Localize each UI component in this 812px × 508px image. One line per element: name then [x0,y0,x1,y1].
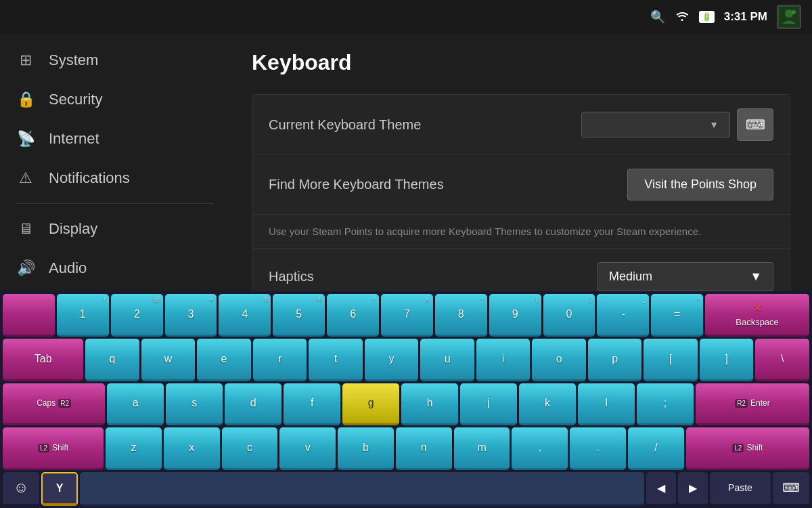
key-minus[interactable]: _- [597,294,649,337]
enter-key[interactable]: R2 Enter [696,383,809,426]
key-q[interactable]: q [85,339,139,381]
key-comma[interactable]: , [512,427,568,470]
paste-button[interactable]: Paste [710,472,771,506]
dropdown-arrow-icon: ▼ [709,119,719,130]
key-7[interactable]: &7 [381,294,433,337]
x-circle-icon: ✕ [753,301,762,314]
key-a[interactable]: a [107,383,164,426]
keyboard-theme-dropdown[interactable]: ▼ [581,112,730,137]
sidebar-item-display[interactable]: 🖥 Display [0,209,230,249]
emoji-button[interactable]: ☺ [3,472,39,506]
key-y[interactable]: y [365,339,419,381]
haptics-dropdown[interactable]: Medium ▼ [597,262,773,291]
sidebar-item-security[interactable]: 🔒 Security [0,80,230,119]
l2-badge-left: L2 [38,444,49,452]
sidebar-divider [16,203,214,204]
key-0[interactable]: )0 [543,294,595,337]
asdf-row: Caps R2 a s d f g h j k l ; R2 Enter [3,383,809,426]
key-semicolon[interactable]: ; [637,383,694,426]
spacebar-row: ☺ Y ◀ ▶ Paste ⌨ [0,470,812,508]
tab-key[interactable]: Tab [3,339,83,381]
right-shift-key[interactable]: L2 Shift [686,427,809,470]
key-i[interactable]: i [476,339,531,381]
key-9[interactable]: (9 [489,294,541,337]
keyboard-area: ` !1 @2 #3 $4 %5 ^6 &7 *8 (9 )0 _- += ✕ … [0,291,812,508]
key-c[interactable]: c [222,427,278,470]
key-backslash[interactable]: \ [755,339,809,381]
key-2[interactable]: @2 [111,294,163,337]
caps-badge: R2 [58,399,71,408]
key-n[interactable]: n [396,427,452,470]
avatar[interactable] [777,5,801,29]
key-w[interactable]: w [141,339,196,381]
spacebar[interactable] [80,472,644,506]
search-icon[interactable]: 🔍 [650,9,665,24]
left-shift-key[interactable]: L2 Shift [3,427,104,470]
svg-point-1 [785,9,793,18]
key-p[interactable]: p [588,339,642,381]
key-x[interactable]: x [164,427,220,470]
status-time: 3:31 PM [724,10,767,24]
haptics-label: Haptics [269,269,597,284]
key-m[interactable]: m [454,427,510,470]
key-equals[interactable]: += [651,294,703,337]
key-d[interactable]: d [225,383,281,426]
key-f[interactable]: f [284,383,340,426]
keyboard-theme-row: Current Keyboard Theme ▼ ⌨ [252,95,790,155]
keyboard-preview-button[interactable]: ⌨ [737,108,773,141]
key-lbracket[interactable]: [ [644,339,698,381]
security-icon: 🔒 [16,91,35,108]
sidebar-item-label-system: System [49,51,98,69]
arrow-right-button[interactable]: ▶ [678,472,708,506]
key-z[interactable]: z [106,427,162,470]
key-1[interactable]: !1 [57,294,109,337]
y-button[interactable]: Y [41,472,78,506]
key-3[interactable]: #3 [165,294,217,337]
key-slash[interactable]: / [628,427,684,470]
key-rbracket[interactable]: ] [700,339,754,381]
zxcv-row: L2 Shift z x c v b n m , . / L2 Shift [3,427,809,470]
sidebar-item-system[interactable]: ⊞ System [0,41,230,80]
backspace-key[interactable]: ✕ Backspace [705,294,809,337]
haptics-dropdown-arrow-icon: ▼ [750,270,762,284]
description-text: Use your Steam Points to acquire more Ke… [269,226,773,237]
display-icon: 🖥 [16,220,35,238]
key-4[interactable]: $4 [219,294,271,337]
key-s[interactable]: s [166,383,223,426]
key-period[interactable]: . [570,427,626,470]
caps-key[interactable]: Caps R2 [3,383,105,426]
find-more-label: Find More Keyboard Themes [269,177,627,192]
key-t[interactable]: t [309,339,363,381]
keyboard-preview-icon: ⌨ [746,117,765,133]
enter-label: Enter [750,398,770,408]
key-u[interactable]: u [420,339,474,381]
key-e[interactable]: e [197,339,251,381]
sidebar-item-notifications[interactable]: ⚠ Notifications [0,158,230,198]
sidebar-item-label-display: Display [49,220,97,238]
key-h[interactable]: h [401,383,458,426]
svg-point-2 [792,10,796,14]
key-8[interactable]: *8 [435,294,487,337]
sidebar-item-internet[interactable]: 📡 Internet [0,119,230,158]
key-j[interactable]: j [460,383,517,426]
sidebar-item-label-security: Security [49,91,102,108]
sidebar-item-audio[interactable]: 🔊 Audio [0,249,230,288]
keyboard-rows: ` !1 @2 #3 $4 %5 ^6 &7 *8 (9 )0 _- += ✕ … [0,291,812,470]
key-backtick[interactable]: ` [3,294,55,337]
number-row: ` !1 @2 #3 $4 %5 ^6 &7 *8 (9 )0 _- += ✕ … [3,294,809,337]
key-r[interactable]: r [253,339,307,381]
key-g[interactable]: g [342,383,399,426]
key-v[interactable]: v [279,427,336,470]
keyboard-layout-button[interactable]: ⌨ [773,472,809,506]
keyboard-theme-control: ▼ ⌨ [581,108,773,141]
key-6[interactable]: ^6 [327,294,379,337]
visit-shop-button[interactable]: Visit the Points Shop [627,169,773,200]
key-l[interactable]: l [578,383,635,426]
key-b[interactable]: b [338,427,394,470]
key-k[interactable]: k [519,383,576,426]
notifications-icon: ⚠ [16,169,35,187]
key-o[interactable]: o [532,339,586,381]
main-content: Keyboard Current Keyboard Theme ▼ ⌨ Find… [230,34,812,291]
key-5[interactable]: %5 [273,294,325,337]
arrow-left-button[interactable]: ◀ [646,472,676,506]
